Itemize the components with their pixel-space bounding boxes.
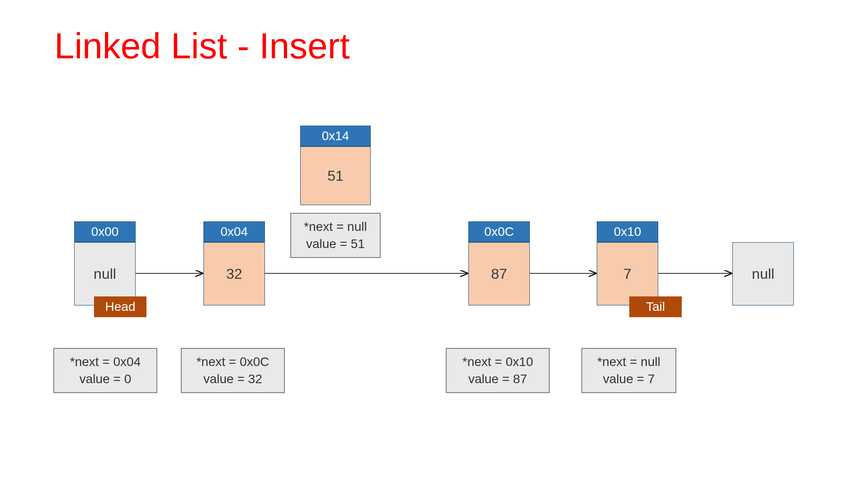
node-info: *next = 0x04 value = 0 <box>53 348 157 393</box>
node-address: 0x0C <box>468 221 530 242</box>
node-address: 0x00 <box>74 221 136 242</box>
info-line: *next = null <box>597 355 660 369</box>
node-address: 0x04 <box>203 221 265 242</box>
node-body: 7 <box>597 242 658 305</box>
node-info: *next = null value = 7 <box>581 348 676 393</box>
insert-node-info: *next = null value = 51 <box>290 213 381 258</box>
info-line: *next = null <box>304 220 367 234</box>
node-body: 32 <box>203 242 265 305</box>
null-box: null <box>732 242 794 305</box>
head-tag: Head <box>94 296 146 317</box>
info-line: *next = 0x0C <box>196 355 269 369</box>
node-info: *next = 0x10 value = 87 <box>446 348 550 393</box>
info-line: value = 51 <box>306 237 365 251</box>
info-line: *next = 0x04 <box>70 355 141 369</box>
tail-tag: Tail <box>629 296 682 317</box>
info-line: value = 0 <box>80 372 131 386</box>
node-address: 0x10 <box>597 221 658 242</box>
insert-node-body: 51 <box>300 146 371 205</box>
info-line: value = 32 <box>203 372 262 386</box>
info-line: *next = 0x10 <box>462 355 533 369</box>
head-node-body: null <box>74 242 136 305</box>
info-line: value = 7 <box>603 372 655 386</box>
insert-node-address: 0x14 <box>300 126 371 146</box>
page-title: Linked List - Insert <box>54 25 350 67</box>
node-body: 87 <box>468 242 530 305</box>
node-info: *next = 0x0C value = 32 <box>181 348 285 393</box>
info-line: value = 87 <box>468 372 527 386</box>
